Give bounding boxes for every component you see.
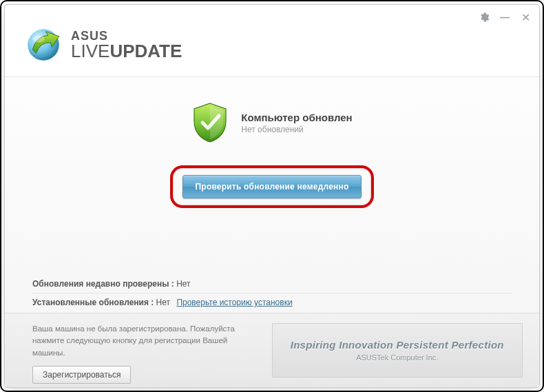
register-button[interactable]: Зарегистрироваться [32, 366, 131, 384]
logo-text: ASUS LIVEUPDATE [71, 30, 182, 60]
status-title: Компьютер обновлен [241, 112, 352, 123]
checked-label: Обновления недавно проверены : [32, 279, 174, 289]
status-subtitle: Нет обновлений [241, 125, 352, 134]
checked-value: Нет [176, 279, 190, 289]
main-area: Компьютер обновлен Нет обновлений Провер… [5, 77, 539, 313]
brand-liveupdate: LIVEUPDATE [71, 42, 182, 60]
registration-block: Ваша машина не была зарегистрирована. По… [32, 323, 258, 378]
history-link[interactable]: Проверьте историю установки [176, 298, 292, 307]
brand-company: ASUSTek Computer Inc. [356, 353, 438, 362]
brand-slogan: Inspiring Innovation Persistent Perfecti… [291, 339, 504, 351]
action-highlight: Проверить обновление немедленно [170, 165, 374, 208]
installed-value: Нет [156, 298, 170, 307]
installed-label: Установленные обновления : [32, 298, 154, 307]
settings-icon[interactable] [477, 10, 491, 24]
svg-point-0 [28, 29, 59, 61]
info-installed: Установленные обновления : Нет Проверьте… [32, 293, 512, 311]
close-button[interactable]: ✕ [519, 10, 532, 24]
svg-point-1 [32, 35, 45, 43]
brand-asus: ASUS [71, 30, 182, 43]
status-row: Компьютер обновлен Нет обновлений [191, 102, 352, 143]
registration-message: Ваша машина не была зарегистрирована. По… [32, 323, 258, 359]
info-checked: Обновления недавно проверены : Нет [32, 275, 512, 293]
logo-icon [24, 25, 63, 64]
shield-icon [191, 102, 229, 143]
info-section: Обновления недавно проверены : Нет Устан… [5, 265, 539, 313]
brand-panel: Inspiring Innovation Persistent Perfecti… [272, 323, 523, 378]
header: ASUS LIVEUPDATE [5, 25, 539, 77]
minimize-button[interactable]: — [498, 10, 512, 24]
check-update-button[interactable]: Проверить обновление немедленно [182, 175, 362, 198]
titlebar: — ✕ [5, 5, 539, 25]
footer: Ваша машина не была зарегистрирована. По… [5, 313, 539, 387]
app-window: — ✕ [4, 4, 540, 388]
